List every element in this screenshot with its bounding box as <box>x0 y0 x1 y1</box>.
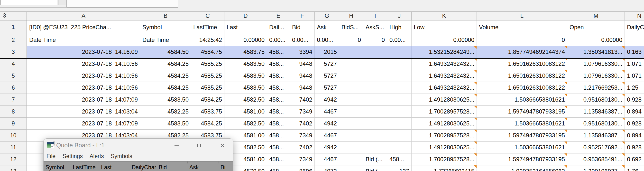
row-header-7[interactable]: 7 <box>0 94 27 106</box>
cell-D8[interactable]: 4581.00 <box>224 106 267 118</box>
cell-N2[interactable] <box>625 34 644 46</box>
cell-L9[interactable]: 1.50366653801621 <box>477 118 567 130</box>
cell-K1[interactable]: Low <box>412 21 477 34</box>
qb-column-dailychar[interactable]: DailyChar <box>132 164 156 171</box>
cell-I4[interactable] <box>364 58 387 70</box>
cell-M7[interactable]: 0.951680130... <box>567 94 625 106</box>
cell-N1[interactable]: DailyC <box>625 21 644 34</box>
cell-L5[interactable]: 1.6501626310083122 <box>477 70 567 82</box>
close-button[interactable]: ✕ <box>215 139 230 152</box>
cell-F8[interactable]: 7349 <box>290 106 315 118</box>
cell-B5[interactable]: 4584.25 <box>140 70 191 82</box>
cell-A9[interactable]: 2023-07-18 14:07:09 <box>27 118 140 130</box>
cell-N4[interactable]: 1.071 <box>625 58 644 70</box>
cell-F4[interactable]: 9448 <box>290 58 315 70</box>
grid-corner-cell[interactable]: 3 <box>0 12 27 20</box>
cell-C2[interactable]: 14:25:42 <box>191 34 224 46</box>
cell-K12[interactable]: 1.70028957528... <box>412 153 477 165</box>
column-header-C[interactable]: C <box>191 12 224 20</box>
cell-I6[interactable] <box>364 82 387 94</box>
cell-L12[interactable]: 1.5974947807933195 <box>477 153 567 165</box>
cell-K2[interactable]: 0.00000 <box>412 34 477 46</box>
cell-F6[interactable]: 9448 <box>290 82 315 94</box>
cell-J10[interactable] <box>387 130 412 141</box>
cell-L13[interactable]: 1.920252164556062 <box>477 165 567 171</box>
cell-F13[interactable]: 8696 <box>290 165 315 171</box>
row-header-1[interactable]: 1 <box>0 21 27 34</box>
cell-I12[interactable]: Bid (... <box>364 153 387 165</box>
cell-G9[interactable]: 4942 <box>315 118 339 130</box>
cell-K7[interactable]: 1.49128030625... <box>412 94 477 106</box>
cell-J9[interactable] <box>387 118 412 130</box>
column-header-A[interactable]: A <box>27 12 140 20</box>
cell-D6[interactable]: 4583.50 <box>224 82 267 94</box>
column-header-I[interactable]: I <box>364 12 387 20</box>
cell-K11[interactable]: 1.49128030625... <box>412 141 477 153</box>
cell-F7[interactable]: 7402 <box>290 94 315 106</box>
cell-B4[interactable]: 4584.25 <box>140 58 191 70</box>
cell-I8[interactable] <box>364 106 387 118</box>
cell-E1[interactable]: Dail... <box>267 21 290 34</box>
cell-I1[interactable]: AskS... <box>364 21 387 34</box>
cell-J2[interactable]: 0.00... <box>387 34 412 46</box>
cell-M9[interactable]: 0.951680130... <box>567 118 625 130</box>
cell-M1[interactable]: Open <box>567 21 625 34</box>
cell-H1[interactable]: BidS... <box>339 21 364 34</box>
name-box[interactable]: Sheets <box>0 0 57 5</box>
cell-G7[interactable]: 4942 <box>315 94 339 106</box>
cell-I10[interactable] <box>364 130 387 141</box>
cell-K4[interactable]: 1.64932432432... <box>412 58 477 70</box>
cell-M8[interactable]: 1.135846387... <box>567 106 625 118</box>
cell-I5[interactable] <box>364 70 387 82</box>
row-header-6[interactable]: 6 <box>0 82 27 94</box>
qb-column-bid[interactable]: Bid <box>159 164 167 171</box>
cell-I11[interactable] <box>364 141 387 153</box>
cell-A7[interactable]: 2023-07-18 14:07:09 <box>27 94 140 106</box>
cell-B6[interactable]: 4584.25 <box>140 82 191 94</box>
cell-E3[interactable]: 458... <box>267 46 290 58</box>
cell-A4[interactable]: 2023-07-18 14:10:56 <box>27 58 140 70</box>
cell-G13[interactable]: 4973 <box>315 165 339 171</box>
row-header-3[interactable]: 3 <box>0 46 27 58</box>
cell-L3[interactable]: 1.8577494692144374 <box>477 46 567 58</box>
cell-H7[interactable] <box>339 94 364 106</box>
cell-J1[interactable]: High <box>387 21 412 34</box>
cell-I7[interactable] <box>364 94 387 106</box>
cell-F9[interactable]: 7402 <box>290 118 315 130</box>
cell-K9[interactable]: 1.49128030625... <box>412 118 477 130</box>
cell-N3[interactable]: 0.163 <box>625 46 644 58</box>
qb-column-last[interactable]: Last <box>101 164 112 171</box>
cell-J6[interactable] <box>387 82 412 94</box>
cell-N10[interactable]: 0.894 <box>625 130 644 141</box>
cell-N6[interactable]: 1.25 <box>625 82 644 94</box>
cell-E8[interactable]: 458... <box>267 106 290 118</box>
cell-C8[interactable]: 4583.75 <box>191 106 224 118</box>
cell-C6[interactable]: 4585.25 <box>191 82 224 94</box>
column-header-F[interactable]: F <box>290 12 315 20</box>
cell-E9[interactable]: 458... <box>267 118 290 130</box>
column-header-M[interactable]: M <box>567 12 625 20</box>
cell-C7[interactable]: 4584.25 <box>191 94 224 106</box>
cell-E13[interactable]: 458... <box>267 165 290 171</box>
cell-G1[interactable]: Ask <box>315 21 339 34</box>
cell-H11[interactable] <box>339 141 364 153</box>
cell-L11[interactable]: 1.50366653801621 <box>477 141 567 153</box>
formula-bar[interactable] <box>67 0 178 8</box>
cell-M5[interactable]: 1.079616330... <box>567 70 625 82</box>
cell-N13[interactable]: 1.76 <box>625 165 644 171</box>
menu-item-alerts[interactable]: Alerts <box>90 153 104 159</box>
cell-F3[interactable]: 3394 <box>290 46 315 58</box>
cell-A8[interactable]: 2023-07-18 14:03:04 <box>27 106 140 118</box>
menu-item-symbols[interactable]: Symbols <box>111 153 132 159</box>
cell-H12[interactable] <box>339 153 364 165</box>
cell-F5[interactable]: 9448 <box>290 70 315 82</box>
quote-board-titlebar[interactable]: Quote Board - L:1 ✕ <box>44 139 233 152</box>
cell-N7[interactable]: 0.928 <box>625 94 644 106</box>
column-header-L[interactable]: L <box>477 12 567 20</box>
cell-J3[interactable] <box>387 46 412 58</box>
cell-L8[interactable]: 1.5974947807933195 <box>477 106 567 118</box>
cell-B1[interactable]: Symbol <box>140 21 191 34</box>
cell-E10[interactable]: 458... <box>267 130 290 141</box>
cell-J4[interactable] <box>387 58 412 70</box>
minimize-button[interactable] <box>169 139 184 152</box>
